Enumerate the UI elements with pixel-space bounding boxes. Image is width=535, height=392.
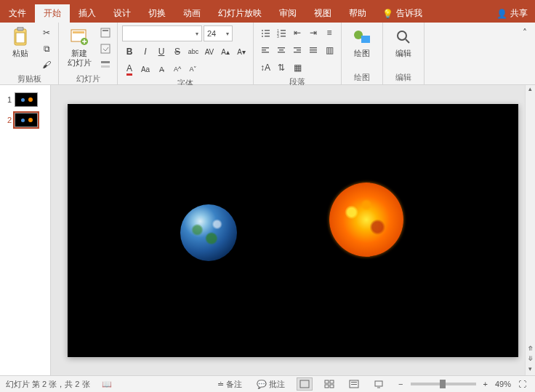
group-drawing: 绘图 绘图 (342, 23, 383, 84)
zoom-slider[interactable] (411, 383, 476, 385)
change-case-button[interactable]: Aa (138, 62, 153, 76)
tab-transitions[interactable]: 切换 (140, 4, 174, 23)
tell-me-search[interactable]: 💡 告诉我 (375, 4, 430, 23)
paste-button[interactable]: 粘贴 (4, 25, 36, 58)
line-spacing-button[interactable]: ≡ (322, 25, 337, 40)
columns-button[interactable]: ▥ (322, 43, 337, 57)
justify-button[interactable] (306, 43, 321, 57)
drawing-button[interactable]: 绘图 (346, 25, 378, 58)
group-font: ▾ 24▾ B I U S abc AV A▴ A▾ A Aa A̶ A^ (118, 23, 254, 84)
character-spacing-button[interactable]: AV (202, 44, 217, 59)
share-button[interactable]: 👤 共享 (489, 4, 535, 23)
tab-slideshow[interactable]: 幻灯片放映 (209, 4, 270, 23)
increase-font-button[interactable]: A▴ (218, 44, 233, 59)
spellcheck-button[interactable]: 📖 (99, 380, 115, 389)
svg-rect-10 (101, 65, 110, 68)
clipboard-icon (10, 27, 31, 47)
svg-rect-27 (279, 49, 283, 51)
svg-rect-43 (330, 385, 334, 388)
tab-home[interactable]: 开始 (35, 4, 70, 23)
svg-rect-47 (375, 381, 382, 386)
align-right-button[interactable] (290, 43, 305, 57)
align-center-button[interactable] (274, 43, 289, 57)
layout-button[interactable] (98, 25, 113, 40)
collapse-ribbon-button[interactable]: ˄ (518, 25, 532, 40)
sun-image[interactable] (329, 183, 403, 257)
zoom-level[interactable]: 49% (495, 380, 511, 388)
svg-rect-20 (281, 33, 286, 34)
align-left-button[interactable] (258, 43, 273, 57)
fit-to-window-button[interactable]: ⛶ (515, 380, 529, 388)
share-icon: 👤 (496, 9, 507, 19)
slide-canvas-area[interactable]: ▴ ⤊ ⤋ ▾ (51, 85, 535, 375)
bullets-button[interactable] (258, 25, 273, 40)
strikethrough-button[interactable]: S (170, 44, 185, 59)
section-button[interactable] (98, 57, 113, 72)
scroll-down-button[interactable]: ▾ (526, 365, 535, 375)
svg-rect-24 (262, 49, 266, 51)
editing-button[interactable]: 编辑 (387, 25, 419, 58)
reading-view-button[interactable] (346, 377, 362, 391)
text-direction-button[interactable]: ↕A (258, 60, 273, 75)
group-paragraph: 123 ⇤ ⇥ ≡ ▥ ↕A ⇅ ▦ 段落 (254, 23, 342, 84)
zoom-in-button[interactable]: + (480, 380, 491, 388)
next-slide-button[interactable]: ⤋ (526, 355, 535, 365)
prev-slide-button[interactable]: ⤊ (526, 345, 535, 355)
font-size-select[interactable]: 24▾ (204, 25, 233, 41)
tab-help[interactable]: 帮助 (340, 4, 375, 23)
scroll-up-button[interactable]: ▴ (526, 85, 535, 95)
vertical-scrollbar[interactable]: ▴ ⤊ ⤋ ▾ (525, 85, 535, 375)
align-text-button[interactable]: ⇅ (274, 60, 289, 75)
comment-icon: 💬 (257, 380, 267, 389)
tab-insert[interactable]: 插入 (70, 4, 105, 23)
tab-review[interactable]: 审阅 (270, 4, 305, 23)
thumbnail-slide-2[interactable]: 2 (0, 110, 50, 130)
svg-rect-46 (351, 384, 357, 385)
clear-formatting-button[interactable]: A̶ (154, 62, 169, 76)
normal-view-button[interactable] (297, 377, 313, 391)
svg-rect-18 (281, 30, 286, 31)
reset-button[interactable] (98, 41, 113, 56)
increase-indent-button[interactable]: ⇥ (306, 25, 321, 40)
svg-point-11 (262, 30, 263, 31)
comments-button[interactable]: 💬 批注 (254, 379, 288, 390)
notes-icon: ≐ (217, 380, 224, 389)
tab-file[interactable]: 文件 (0, 4, 35, 23)
numbering-button[interactable]: 123 (274, 25, 289, 40)
earth-image[interactable] (180, 204, 237, 261)
ribbon: 粘贴 ✂ ⧉ 🖌 剪贴板 新建 幻灯片 幻灯片 (0, 23, 535, 85)
slideshow-view-button[interactable] (371, 377, 387, 391)
grow-font-button[interactable]: A^ (170, 62, 185, 76)
bold-button[interactable]: B (122, 44, 137, 59)
svg-rect-1 (17, 27, 23, 31)
notes-button[interactable]: ≐ 备注 (214, 379, 245, 390)
underline-button[interactable]: U (154, 44, 169, 59)
chevron-down-icon: ▾ (226, 31, 229, 37)
copy-button[interactable]: ⧉ (39, 41, 54, 56)
format-painter-button[interactable]: 🖌 (39, 57, 54, 72)
italic-button[interactable]: I (138, 44, 153, 59)
zoom-out-button[interactable]: − (395, 380, 406, 388)
thumbnail-preview (15, 92, 38, 107)
group-editing: 编辑 编辑 (383, 23, 424, 84)
smartart-button[interactable]: ▦ (290, 60, 305, 75)
font-color-button[interactable]: A (122, 62, 137, 76)
slide[interactable] (68, 104, 518, 357)
group-clipboard: 粘贴 ✂ ⧉ 🖌 剪贴板 (0, 23, 59, 84)
cut-button[interactable]: ✂ (39, 25, 54, 40)
decrease-indent-button[interactable]: ⇤ (290, 25, 305, 40)
sorter-view-button[interactable] (321, 377, 337, 391)
scissors-icon: ✂ (43, 28, 50, 38)
lightbulb-icon: 💡 (382, 9, 393, 19)
svg-rect-22 (281, 36, 286, 37)
new-slide-button[interactable]: 新建 幻灯片 (63, 25, 95, 68)
shadow-button[interactable]: abc (186, 44, 201, 59)
font-family-select[interactable]: ▾ (122, 25, 202, 41)
tab-design[interactable]: 设计 (105, 4, 140, 23)
shrink-font-button[interactable]: A˅ (186, 62, 201, 76)
tab-view[interactable]: 视图 (305, 4, 340, 23)
decrease-font-button[interactable]: A▾ (234, 44, 249, 59)
tab-animations[interactable]: 动画 (174, 4, 209, 23)
thumbnail-slide-1[interactable]: 1 (0, 89, 50, 110)
brush-icon: 🖌 (42, 60, 51, 70)
